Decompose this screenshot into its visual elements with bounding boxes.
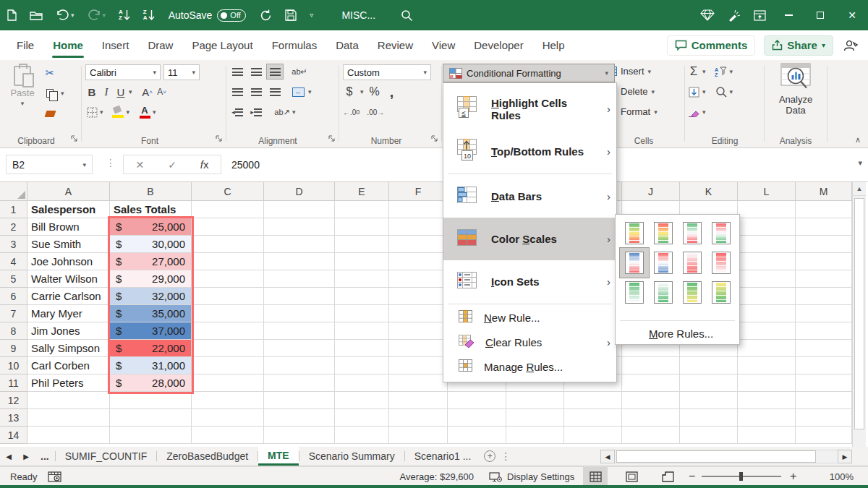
cell-b9[interactable]: $22,000: [110, 340, 192, 357]
tab-view[interactable]: View: [422, 30, 464, 60]
cell-f1[interactable]: [389, 201, 448, 218]
cell-k11[interactable]: [680, 374, 738, 392]
row-header-4[interactable]: 4: [0, 253, 27, 270]
cell-a8[interactable]: Jim Jones: [27, 322, 110, 340]
cell-h14[interactable]: [506, 427, 564, 444]
cell-m2[interactable]: [796, 218, 852, 236]
cell-e2[interactable]: [335, 218, 389, 236]
zoom-slider-thumb[interactable]: [739, 472, 743, 481]
copy-icon[interactable]: [43, 86, 56, 100]
cell-d2[interactable]: [264, 218, 335, 236]
zoom-in-button[interactable]: +: [790, 467, 796, 486]
row-header-3[interactable]: 3: [0, 236, 27, 253]
menu-item-new-rule[interactable]: New Rule...: [443, 305, 616, 330]
cell-m11[interactable]: [796, 374, 852, 392]
cell-f4[interactable]: [389, 253, 448, 270]
cell-f2[interactable]: [389, 218, 448, 236]
cell-j14[interactable]: [622, 427, 680, 444]
tab-data[interactable]: Data: [326, 30, 368, 60]
row-header-12[interactable]: 12: [0, 392, 27, 409]
cell-a12[interactable]: [27, 392, 110, 409]
search-icon[interactable]: [394, 0, 420, 30]
cell-m4[interactable]: [796, 253, 852, 270]
tab-help[interactable]: Help: [533, 30, 574, 60]
cell-a3[interactable]: Sue Smith: [27, 236, 110, 253]
cell-a2[interactable]: Bill Brown: [27, 218, 110, 236]
bold-button[interactable]: B: [85, 85, 98, 99]
orientation-dropdown-icon[interactable]: ▾: [292, 108, 296, 116]
cell-f8[interactable]: [389, 322, 448, 340]
cell-e6[interactable]: [335, 288, 389, 305]
cell-d11[interactable]: [264, 374, 335, 392]
fill-dropdown-icon[interactable]: ▾: [702, 88, 706, 95]
color-scale-green-yellow-red[interactable]: [620, 218, 649, 248]
fill-color-dropdown-icon[interactable]: ▾: [127, 108, 130, 116]
color-scale-red-yellow-green[interactable]: [649, 218, 678, 248]
horizontal-scroll-thumb[interactable]: [616, 450, 816, 463]
color-scale-white-green[interactable]: [649, 278, 678, 307]
cell-l3[interactable]: [738, 236, 796, 253]
cell-l10[interactable]: [738, 357, 796, 374]
cell-i13[interactable]: [564, 409, 622, 427]
cell-c12[interactable]: [192, 392, 264, 409]
sheet-tab-scenario1[interactable]: Scenario1 ...: [405, 447, 481, 466]
color-scale-green-white[interactable]: [620, 278, 649, 307]
horizontal-scrollbar[interactable]: ◀ ▶: [600, 448, 852, 465]
row-header-10[interactable]: 10: [0, 357, 27, 374]
cell-d7[interactable]: [264, 305, 335, 322]
ribbon-display-options-button[interactable]: [747, 0, 773, 30]
cell-b12[interactable]: [110, 392, 192, 409]
format-painter-icon[interactable]: [43, 105, 56, 119]
menu-item-highlight-cells-rules[interactable]: ≤Highlight Cells Rules›: [443, 87, 616, 130]
cell-l6[interactable]: [738, 288, 796, 305]
cell-a11[interactable]: Phil Peters: [27, 374, 110, 392]
row-header-6[interactable]: 6: [0, 288, 27, 305]
fill-button[interactable]: [687, 85, 700, 99]
confirm-entry-button[interactable]: ✓: [156, 159, 189, 171]
cell-a7[interactable]: Mary Myer: [27, 305, 110, 322]
new-workbook-button[interactable]: [0, 0, 23, 30]
cell-j12[interactable]: [622, 392, 680, 409]
cell-b10[interactable]: $31,000: [110, 357, 192, 374]
tab-developer[interactable]: Developer: [464, 30, 532, 60]
paste-dropdown-icon[interactable]: ▾: [21, 100, 25, 107]
cell-c3[interactable]: [192, 236, 264, 253]
cell-a9[interactable]: Sally Simpson: [27, 340, 110, 357]
comma-style-button[interactable]: ,: [386, 85, 399, 99]
column-header-f[interactable]: F: [389, 182, 448, 201]
close-button[interactable]: ✕: [836, 0, 868, 30]
expand-formula-bar-icon[interactable]: ▾: [858, 158, 862, 168]
cell-m14[interactable]: [796, 427, 852, 444]
tab-formulas[interactable]: Formulas: [263, 30, 327, 60]
cell-m5[interactable]: [796, 270, 852, 288]
sheet-tab-zerobasedbudget[interactable]: ZeroBasedBudget: [157, 447, 258, 466]
orientation-button[interactable]: ab↗: [273, 104, 291, 120]
cell-k10[interactable]: [680, 357, 738, 374]
align-left-button[interactable]: [229, 84, 246, 100]
font-color-dropdown-icon[interactable]: ▾: [153, 108, 156, 116]
cell-f5[interactable]: [389, 270, 448, 288]
sheet-tabs-overflow-indicator[interactable]: ...: [35, 447, 55, 466]
borders-dropdown-icon[interactable]: ▾: [100, 108, 103, 116]
cell-f9[interactable]: [389, 340, 448, 357]
cell-b3[interactable]: $30,000: [110, 236, 192, 253]
row-header-7[interactable]: 7: [0, 305, 27, 322]
quick-access-customize-dropdown[interactable]: ▿: [303, 0, 320, 30]
decrease-font-size-button[interactable]: A˅: [156, 85, 169, 99]
cut-icon[interactable]: ✂: [43, 66, 56, 80]
cell-c11[interactable]: [192, 374, 264, 392]
cell-j13[interactable]: [622, 409, 680, 427]
column-header-l[interactable]: L: [738, 182, 796, 201]
cell-f11[interactable]: [389, 374, 448, 392]
row-header-13[interactable]: 13: [0, 409, 27, 427]
cell-j10[interactable]: [622, 357, 680, 374]
clear-dropdown-icon[interactable]: ▾: [702, 108, 706, 116]
cell-m9[interactable]: [796, 340, 852, 357]
cell-c10[interactable]: [192, 357, 264, 374]
cell-f6[interactable]: [389, 288, 448, 305]
conditional-formatting-button[interactable]: Conditional Formatting ▾: [443, 64, 615, 82]
scroll-right-icon[interactable]: ▶: [838, 450, 852, 463]
premium-diamond-icon[interactable]: [694, 0, 721, 30]
page-layout-view-button[interactable]: [619, 467, 644, 486]
increase-decimal-button[interactable]: ←.00: [343, 105, 359, 119]
